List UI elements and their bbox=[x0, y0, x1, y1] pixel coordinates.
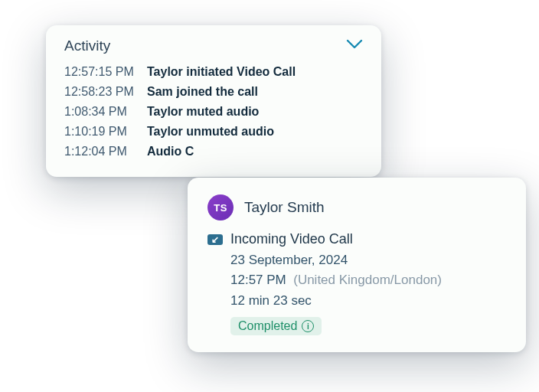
info-icon[interactable]: i bbox=[302, 320, 314, 332]
video-incoming-icon bbox=[207, 234, 223, 245]
caller-row: TS Taylor Smith bbox=[207, 194, 506, 220]
activity-time: 1:10:19 PM bbox=[64, 122, 147, 142]
activity-row: 1:08:34 PM Taylor muted audio bbox=[64, 102, 363, 122]
activity-event: Audio C bbox=[147, 142, 363, 162]
activity-time: 1:12:04 PM bbox=[64, 142, 147, 162]
call-details: 23 September, 2024 12:57 PM (United King… bbox=[230, 250, 506, 311]
activity-row: 1:12:04 PM Audio C bbox=[64, 142, 363, 162]
activity-time: 1:08:34 PM bbox=[64, 102, 147, 122]
activity-row: 12:57:15 PM Taylor initiated Video Call bbox=[64, 62, 363, 82]
activity-title: Activity bbox=[64, 38, 110, 54]
activity-card: Activity 12:57:15 PM Taylor initiated Vi… bbox=[46, 25, 381, 177]
incoming-row: Incoming Video Call bbox=[207, 231, 506, 247]
status-label: Completed bbox=[238, 319, 297, 333]
activity-time: 12:57:15 PM bbox=[64, 62, 147, 82]
activity-event: Taylor muted audio bbox=[147, 102, 363, 122]
activity-event: Sam joined the call bbox=[147, 82, 363, 102]
call-card: TS Taylor Smith Incoming Video Call 23 S… bbox=[188, 178, 526, 352]
chevron-down-icon[interactable] bbox=[346, 39, 363, 53]
call-timezone: (United Kingdom/London) bbox=[293, 273, 442, 287]
activity-event: Taylor unmuted audio bbox=[147, 122, 363, 142]
incoming-label: Incoming Video Call bbox=[230, 231, 353, 247]
activity-header: Activity bbox=[64, 38, 363, 54]
call-time: 12:57 PM bbox=[230, 273, 286, 287]
activity-row: 1:10:19 PM Taylor unmuted audio bbox=[64, 122, 363, 142]
avatar[interactable]: TS bbox=[207, 194, 234, 220]
activity-row: 12:58:23 PM Sam joined the call bbox=[64, 82, 363, 102]
status-badge[interactable]: Completed i bbox=[230, 317, 322, 335]
call-date: 23 September, 2024 bbox=[230, 250, 506, 270]
caller-name: Taylor Smith bbox=[244, 199, 325, 216]
activity-event: Taylor initiated Video Call bbox=[147, 62, 363, 82]
activity-list: 12:57:15 PM Taylor initiated Video Call … bbox=[64, 62, 363, 162]
activity-time: 12:58:23 PM bbox=[64, 82, 147, 102]
call-duration: 12 min 23 sec bbox=[230, 291, 506, 311]
